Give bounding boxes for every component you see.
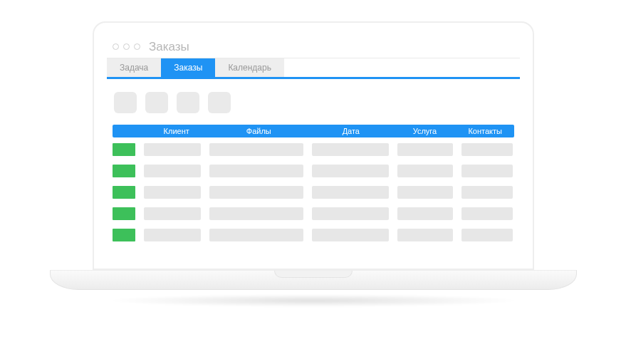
table-row[interactable]: [113, 207, 514, 220]
cell-files: [209, 186, 303, 199]
cell-client: [144, 143, 201, 156]
toolbar-button-4[interactable]: [208, 92, 231, 113]
laptop-shadow: [107, 294, 520, 307]
toolbar: [107, 79, 520, 125]
screen: Заказы Задача Заказы Календарь Клиент Фа…: [93, 21, 534, 270]
table-row[interactable]: [113, 229, 514, 241]
cell-date: [312, 207, 389, 220]
cell-date: [312, 229, 389, 241]
cell-client: [144, 186, 201, 199]
col-status: [113, 125, 144, 137]
cell-client: [144, 229, 201, 241]
cell-files: [209, 165, 303, 177]
cell-date: [312, 186, 389, 199]
col-client: Клиент: [144, 125, 209, 137]
table-row[interactable]: [113, 186, 514, 199]
cell-service: [397, 143, 453, 156]
col-files: Файлы: [209, 125, 309, 137]
cell-files: [209, 229, 303, 241]
status-badge: [113, 229, 135, 241]
window-titlebar: Заказы: [107, 36, 520, 58]
window-controls[interactable]: [113, 43, 140, 50]
cell-contacts: [461, 229, 513, 241]
status-badge: [113, 143, 135, 156]
col-service: Услуга: [394, 125, 457, 137]
window-title: Заказы: [149, 40, 189, 54]
cell-date: [312, 165, 389, 177]
tab-calendar[interactable]: Календарь: [215, 58, 284, 77]
cell-files: [209, 143, 303, 156]
orders-table: Клиент Файлы Дата Услуга Контакты: [107, 125, 520, 259]
col-contacts: Контакты: [456, 125, 514, 137]
col-date: Дата: [308, 125, 394, 137]
cell-service: [397, 229, 453, 241]
table-row[interactable]: [113, 165, 514, 177]
cell-client: [144, 207, 201, 220]
toolbar-button-3[interactable]: [177, 92, 199, 113]
table-row[interactable]: [113, 143, 514, 156]
cell-service: [397, 207, 453, 220]
cell-contacts: [461, 143, 513, 156]
cell-files: [209, 207, 303, 220]
cell-contacts: [461, 186, 513, 199]
tab-orders[interactable]: Заказы: [161, 58, 215, 77]
table-header: Клиент Файлы Дата Услуга Контакты: [113, 125, 514, 137]
minimize-icon[interactable]: [123, 43, 130, 50]
cell-contacts: [461, 207, 513, 220]
close-icon[interactable]: [113, 43, 119, 50]
cell-service: [397, 186, 453, 199]
cell-client: [144, 165, 201, 177]
cell-contacts: [461, 165, 513, 177]
cell-service: [397, 165, 453, 177]
tabbar: Задача Заказы Календарь: [107, 58, 520, 79]
table-body: [113, 137, 514, 241]
toolbar-button-1[interactable]: [114, 92, 137, 113]
laptop-frame: Заказы Задача Заказы Календарь Клиент Фа…: [93, 21, 534, 307]
tab-task[interactable]: Задача: [107, 58, 161, 77]
status-badge: [113, 165, 135, 177]
laptop-base: [50, 270, 577, 290]
status-badge: [113, 207, 135, 220]
status-badge: [113, 186, 135, 199]
zoom-icon[interactable]: [134, 43, 140, 50]
toolbar-button-2[interactable]: [145, 92, 168, 113]
laptop-notch: [274, 271, 353, 278]
cell-date: [312, 143, 389, 156]
